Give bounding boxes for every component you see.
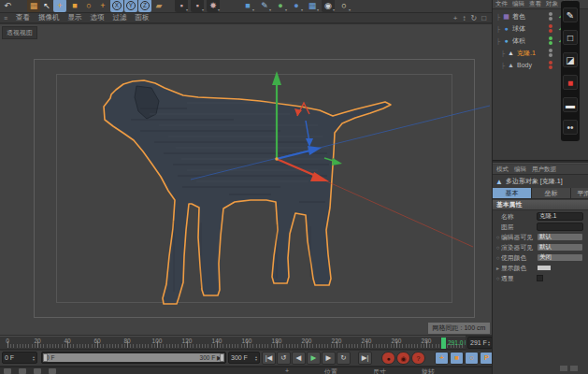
render-view-icon[interactable]: ▪▾ xyxy=(175,0,188,12)
rotate-tool-icon[interactable]: ○ xyxy=(82,0,95,12)
autokeying-button[interactable]: ◉ xyxy=(396,352,410,365)
gizmo-origin[interactable] xyxy=(275,157,279,161)
object-name[interactable]: Body xyxy=(517,62,532,68)
attribute-dropdown[interactable]: 默认 xyxy=(537,243,583,252)
visibility-dots[interactable] xyxy=(549,12,552,21)
object-name[interactable]: 球体 xyxy=(512,24,525,34)
undo-icon[interactable]: ↶ xyxy=(1,0,14,12)
key-scale-button[interactable]: ■ xyxy=(450,352,464,365)
attribute-dropdown[interactable]: 默认 xyxy=(537,233,583,241)
next-frame-button[interactable]: ▶ xyxy=(322,352,336,365)
attribute-object-title: ▲ 多边形对象 [克隆.1] xyxy=(493,176,588,187)
move-tool-icon[interactable]: + xyxy=(53,0,66,12)
attribute-swatch[interactable] xyxy=(537,265,552,271)
rotate-view-icon[interactable]: ↻ xyxy=(470,14,477,22)
rectangle-tool-icon[interactable]: □ xyxy=(563,30,578,45)
add-spline-icon[interactable]: ✎▾ xyxy=(258,0,271,12)
toggle-view-icon[interactable]: □ xyxy=(481,14,486,22)
attribute-input[interactable] xyxy=(537,223,583,231)
zoom-view-icon[interactable]: ↕ xyxy=(462,14,466,22)
panel-splitter[interactable] xyxy=(493,160,588,164)
attribute-menu-用户数据[interactable]: 用户数据 xyxy=(532,165,556,174)
material-manager-icons[interactable] xyxy=(4,368,56,374)
object-name[interactable]: 体积 xyxy=(512,36,525,46)
object-manager-menu-编辑[interactable]: 编辑 xyxy=(512,0,524,8)
attribute-tab-平滑着色[interactable]: 平滑着色 xyxy=(571,188,588,199)
attribute-menu-编辑[interactable]: 编辑 xyxy=(514,165,526,174)
select-cursor-icon[interactable]: ↖ xyxy=(40,0,53,12)
range-start-spinner[interactable]: 0 F▴▾ xyxy=(2,352,37,364)
axis-z-lock-icon[interactable]: Z xyxy=(138,0,151,12)
add-volume-icon[interactable]: ●▾ xyxy=(290,0,303,12)
object-name[interactable]: 着色 xyxy=(512,12,525,22)
record-keyframe-button[interactable]: ● xyxy=(381,352,395,365)
add-cube-icon[interactable]: ■▾ xyxy=(241,0,254,12)
line-width-icon[interactable]: ▬ xyxy=(563,97,578,112)
add-environment-icon[interactable]: ▦▾ xyxy=(306,0,319,12)
viewport[interactable]: 透视视图 网格间距 : 100 cm xyxy=(0,23,492,335)
scale-tool-icon[interactable]: ■ xyxy=(68,0,81,12)
add-light-icon[interactable]: ○▾ xyxy=(337,0,351,12)
viewport-menu-过滤[interactable]: 过滤 xyxy=(113,13,127,22)
animation-dot-icon[interactable]: ○ xyxy=(495,276,501,281)
record-options-button[interactable]: ? xyxy=(411,352,425,365)
render-settings-icon[interactable]: ✸▾ xyxy=(207,0,220,12)
viewport-menu-查看[interactable]: 查看 xyxy=(16,13,30,22)
animation-dot-icon[interactable]: ○ xyxy=(495,235,501,240)
preview-range-slider[interactable]: 0 F 300 F ▶ xyxy=(41,352,226,364)
attribute-tab-坐标[interactable]: 坐标 xyxy=(532,188,571,199)
view-label[interactable]: 透视视图 xyxy=(2,26,37,39)
play-forward-button[interactable]: ▶ xyxy=(307,352,321,365)
animation-dot-icon[interactable]: ○ xyxy=(495,255,501,261)
axis-y-lock-icon[interactable]: Y xyxy=(124,0,137,12)
visibility-dots[interactable] xyxy=(549,36,552,45)
timeline-ruler[interactable]: 0204060801001201401601802002202402602802… xyxy=(0,336,466,350)
current-frame-spinner[interactable]: 291 F▴▾ xyxy=(467,337,493,349)
viewport-menu-icon[interactable]: ≡ xyxy=(4,15,7,22)
visibility-dots[interactable] xyxy=(549,24,552,33)
last-tool-icon[interactable]: + xyxy=(96,0,109,12)
attribute-tab-基本[interactable]: 基本 xyxy=(493,188,532,199)
add-camera-icon[interactable]: ◉▾ xyxy=(322,0,335,12)
live-selection-icon[interactable]: ▦ xyxy=(27,0,40,12)
attribute-checkbox[interactable] xyxy=(537,275,543,281)
object-manager-menu-对象[interactable]: 对象 xyxy=(546,0,558,8)
panel-bottom-icons[interactable] xyxy=(560,366,578,371)
add-generator-icon[interactable]: ●▾ xyxy=(274,0,287,12)
visibility-dots[interactable] xyxy=(549,61,552,69)
viewport-menu-显示[interactable]: 显示 xyxy=(68,13,82,22)
object-manager-menu-文件[interactable]: 文件 xyxy=(495,0,508,8)
scene-canvas[interactable] xyxy=(0,24,492,336)
attribute-dropdown[interactable]: 关闭 xyxy=(537,253,583,262)
play-backwards-button[interactable]: ↺ xyxy=(277,352,291,365)
attribute-menu-模式[interactable]: 模式 xyxy=(496,165,509,174)
attribute-input[interactable]: 克隆.1 xyxy=(537,212,583,221)
viewport-menu-面板[interactable]: 面板 xyxy=(136,13,150,22)
previous-frame-button[interactable]: ◀ xyxy=(292,352,306,365)
range-end-spinner[interactable]: 300 F▴▾ xyxy=(228,352,260,364)
play-loop-button[interactable]: ↻ xyxy=(337,352,351,365)
range-handle-right[interactable] xyxy=(220,353,224,362)
voxel-dog-model[interactable] xyxy=(104,80,391,304)
pan-view-icon[interactable]: + xyxy=(453,14,458,22)
color-swatch-red[interactable]: ■ xyxy=(563,75,578,90)
key-rotation-button[interactable]: ○ xyxy=(465,352,479,365)
goto-end-button[interactable]: ▶| xyxy=(358,352,372,365)
range-handle-left[interactable] xyxy=(43,353,48,362)
animation-dot-icon[interactable]: ○ xyxy=(495,245,501,251)
more-options-icon[interactable]: •• xyxy=(563,120,578,135)
pen-tool-icon[interactable]: ✎ xyxy=(563,7,578,22)
object-name[interactable]: 克隆.1 xyxy=(517,49,536,58)
object-manager-menu-查看[interactable]: 查看 xyxy=(529,0,541,8)
eraser-tool-icon[interactable]: ◪ xyxy=(563,52,578,67)
viewport-menu-选项[interactable]: 选项 xyxy=(91,13,105,22)
visibility-dots[interactable] xyxy=(549,49,552,57)
key-position-button[interactable]: + xyxy=(435,352,449,365)
render-picture-viewer-icon[interactable]: ▪▾ xyxy=(191,0,204,12)
timeline-playhead[interactable] xyxy=(441,338,446,350)
workplane-icon[interactable]: ▰ xyxy=(152,0,165,12)
viewport-menu-摄像机[interactable]: 摄像机 xyxy=(38,13,60,22)
goto-start-button[interactable]: |◀ xyxy=(262,352,276,365)
animation-dot-icon[interactable]: ▸ xyxy=(495,265,501,271)
axis-x-lock-icon[interactable]: X xyxy=(110,0,123,12)
